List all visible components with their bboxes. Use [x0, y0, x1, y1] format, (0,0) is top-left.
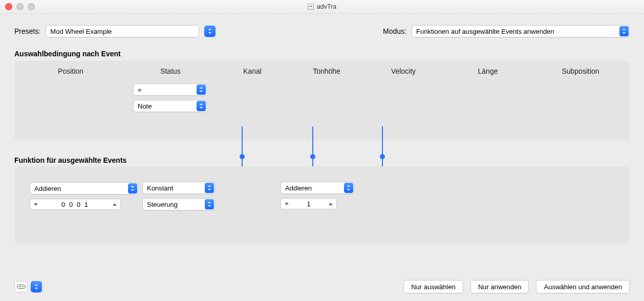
window-minimize-button[interactable]: [16, 3, 24, 10]
more-options-menu-button[interactable]: [31, 281, 42, 292]
window-proxy-icon: [308, 4, 314, 10]
position-value-text: 0 0 0 1: [61, 201, 89, 208]
condition-heading: Auswahlbedingung nach Event: [14, 50, 630, 58]
updown-icon: [622, 29, 626, 34]
updown-icon: [131, 186, 135, 191]
col-status: Status: [127, 67, 214, 75]
window-zoom-button[interactable]: [28, 3, 35, 10]
link-handle-kanal[interactable]: [240, 154, 245, 159]
updown-icon: [34, 284, 38, 289]
col-position: Position: [14, 67, 127, 75]
position-src-select[interactable]: Konstant: [142, 182, 215, 194]
apply-only-label: Nur anwenden: [478, 283, 522, 291]
col-tonhoehe: Tonhöhe: [291, 67, 362, 75]
select-and-apply-button[interactable]: Auswählen und anwenden: [536, 280, 630, 293]
condition-panel: Position Status Kanal Tonhöhe Velocity L…: [14, 61, 630, 141]
position-op-value: Addieren: [34, 185, 61, 192]
more-options-button[interactable]: [14, 281, 28, 292]
updown-icon: [207, 185, 211, 190]
stepper-decrement[interactable]: [281, 199, 293, 209]
window-title: advTra: [317, 3, 336, 10]
col-velocity: Velocity: [362, 67, 444, 75]
preset-menu-button[interactable]: [204, 26, 216, 37]
operation-panel: Addieren 0 0 0 1 Konstant Steuerung: [14, 166, 630, 243]
tonhoehe-op-select[interactable]: Addieren: [281, 182, 354, 194]
modus-label: Modus:: [383, 27, 406, 35]
select-and-apply-label: Auswählen und anwenden: [544, 283, 622, 291]
position-src-value: Konstant: [147, 184, 173, 192]
status-type-value: Note: [138, 102, 152, 110]
position-value-stepper[interactable]: 0 0 0 1: [30, 199, 121, 210]
status-operator-value: =: [138, 86, 142, 94]
updown-icon: [199, 87, 203, 92]
select-only-label: Nur auswählen: [411, 283, 456, 291]
ellipsis-icon: [17, 285, 26, 289]
col-kanal: Kanal: [214, 67, 291, 75]
updown-icon: [347, 185, 351, 190]
updown-icon: [208, 29, 212, 34]
status-operator-select[interactable]: =: [133, 83, 207, 96]
tonhoehe-value-text: 1: [307, 200, 310, 208]
col-laenge: Länge: [444, 67, 531, 75]
condition-columns: Position Status Kanal Tonhöhe Velocity L…: [14, 61, 630, 81]
position-kind-select[interactable]: Steuerung: [142, 198, 215, 210]
tonhoehe-value-stepper[interactable]: 1: [281, 198, 337, 209]
stepper-increment[interactable]: [325, 199, 336, 209]
modus-select-value: Funktionen auf ausgewählte Events anwend…: [416, 28, 554, 35]
link-handle-tonhoehe[interactable]: [310, 154, 315, 159]
status-type-select[interactable]: Note: [133, 100, 207, 112]
preset-field[interactable]: Mod Wheel Example: [46, 25, 199, 37]
link-handle-velocity[interactable]: [380, 154, 385, 159]
titlebar: advTra: [0, 0, 644, 14]
window-close-button[interactable]: [5, 3, 12, 10]
stepper-decrement[interactable]: [30, 199, 42, 209]
position-op-select[interactable]: Addieren: [30, 182, 138, 195]
divider-area: Funktion für ausgewählte Events: [14, 141, 630, 166]
presets-label: Presets:: [14, 27, 40, 35]
tonhoehe-op-value: Addieren: [285, 184, 312, 192]
updown-icon: [207, 202, 211, 207]
stepper-increment[interactable]: [109, 199, 120, 209]
traffic-lights: [0, 3, 35, 10]
col-subposition: Subposition: [531, 67, 630, 75]
preset-field-value: Mod Wheel Example: [50, 28, 112, 35]
modus-select[interactable]: Funktionen auf ausgewählte Events anwend…: [412, 25, 630, 37]
position-kind-value: Steuerung: [147, 201, 178, 208]
operation-heading: Funktion für ausgewählte Events: [14, 156, 126, 164]
apply-only-button[interactable]: Nur anwenden: [470, 280, 529, 293]
updown-icon: [199, 103, 203, 109]
select-only-button[interactable]: Nur auswählen: [403, 280, 463, 293]
